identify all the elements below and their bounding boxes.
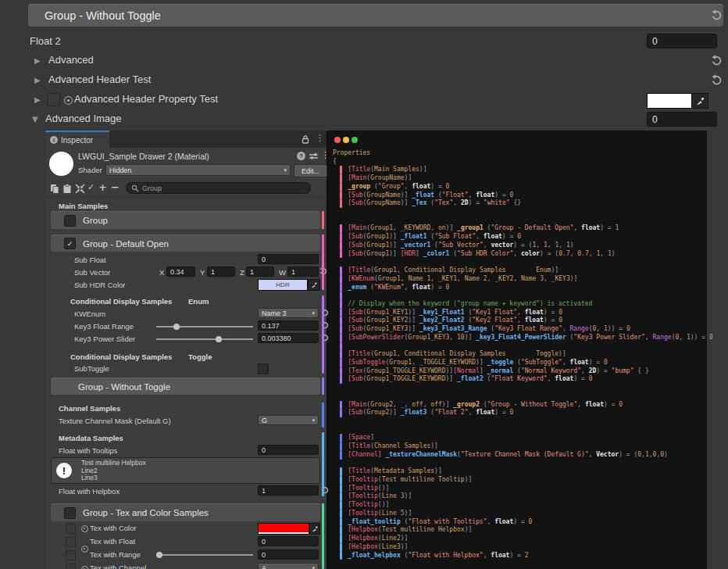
advanced-header-test-label[interactable]: Advanced Header Test bbox=[48, 73, 151, 85]
sub-vector-label: Sub Vector bbox=[74, 268, 110, 277]
tex-with-range-slider[interactable] bbox=[156, 554, 253, 556]
sub-vector-y-field[interactable]: 1 bbox=[207, 267, 235, 277]
section-conditional-enum-sub: Enum bbox=[188, 297, 209, 306]
shader-code[interactable]: Properties{ [Title(Main Samples)] [Main(… bbox=[333, 149, 702, 560]
color-swatch-red[interactable] bbox=[258, 523, 309, 535]
group-tex-color-checkbox[interactable] bbox=[64, 507, 76, 519]
eyedropper-button[interactable] bbox=[308, 279, 320, 291]
minus-icon[interactable]: − bbox=[111, 181, 120, 193]
info-icon: i bbox=[50, 136, 58, 144]
section-metadata-samples: Metadata Samples bbox=[59, 434, 123, 442]
object-circle-icon bbox=[64, 96, 73, 105]
float-with-helpbox-field[interactable]: 1 bbox=[258, 485, 319, 496]
sub-vector-w-label: W bbox=[279, 268, 286, 277]
sub-vector-z-field[interactable]: 1 bbox=[246, 267, 274, 277]
advanced-header-property-checkbox[interactable] bbox=[47, 93, 60, 106]
revert-icon bbox=[710, 9, 723, 22]
key3-float-range-slider[interactable] bbox=[156, 326, 253, 327]
embedded-screenshot: i Inspector ⋮ LWGUI_Sample Drawer 2 (Mat… bbox=[45, 131, 707, 569]
group-default-open-header[interactable]: ✓ Group - Default Open bbox=[51, 234, 320, 252]
texture-slot[interactable] bbox=[66, 550, 76, 560]
tex-with-range-field[interactable]: 0 bbox=[258, 549, 319, 560]
code-line bbox=[333, 342, 702, 351]
search-input[interactable]: Group bbox=[126, 182, 311, 194]
section-conditional-toggle-sub: Toggle bbox=[188, 352, 212, 361]
texture-channel-mask-dropdown[interactable]: G ▾ bbox=[258, 415, 319, 425]
chevron-down-icon: ▾ bbox=[312, 310, 315, 317]
group-header-label: Group - Without Toggle bbox=[45, 9, 161, 22]
key3-power-slider-field[interactable]: 0.003380 bbox=[258, 333, 319, 343]
key3-float-range-field[interactable]: 0.137 bbox=[258, 320, 319, 331]
slider-knob[interactable] bbox=[173, 324, 180, 330]
eyedropper-button[interactable] bbox=[691, 93, 708, 109]
lock-icon[interactable] bbox=[302, 135, 309, 144]
group-checkbox[interactable] bbox=[64, 215, 76, 227]
revert-button-advanced-header-test[interactable] bbox=[710, 73, 723, 87]
texture-slot[interactable] bbox=[66, 537, 76, 547]
traffic-light-zoom[interactable] bbox=[352, 137, 358, 143]
presets-icon[interactable] bbox=[309, 152, 318, 160]
code-line: [Tooltip()] bbox=[333, 485, 702, 493]
shader-dropdown[interactable]: Hidden ▾ bbox=[105, 164, 291, 176]
key3-power-slider-label: Key3 Power Slider bbox=[74, 335, 135, 343]
texture-slot[interactable] bbox=[66, 524, 76, 534]
eyedropper-button[interactable] bbox=[309, 523, 320, 535]
sub-vector-z-label: Z bbox=[240, 268, 244, 277]
advanced-header-property-foldout-arrow[interactable]: ▶ bbox=[34, 95, 41, 104]
advanced-image-label[interactable]: Advanced Image bbox=[45, 113, 122, 124]
revert-button-advanced[interactable] bbox=[710, 54, 723, 67]
plus-icon[interactable]: + bbox=[98, 181, 107, 193]
advanced-image-foldout-arrow[interactable]: ▼ bbox=[32, 115, 38, 123]
advanced-foldout-arrow[interactable]: ▶ bbox=[34, 56, 41, 65]
code-line bbox=[333, 292, 702, 300]
sub-float-field[interactable]: 0 bbox=[258, 254, 319, 264]
edit-button[interactable]: Edit... bbox=[294, 164, 327, 177]
advanced-label[interactable]: Advanced bbox=[48, 54, 94, 66]
float2-field[interactable]: 0 bbox=[647, 34, 717, 48]
code-line: [Sub(Group1)] [HDR] _color1 ("Sub HDR Co… bbox=[333, 250, 702, 259]
group-tex-color-header[interactable]: Group - Tex and Color Samples bbox=[51, 503, 320, 521]
group-without-toggle-bar[interactable]: Group - Without Toggle bbox=[51, 378, 320, 395]
subtoggle-checkbox[interactable] bbox=[258, 363, 269, 374]
key3-float-range-label: Key3 Float Range bbox=[74, 322, 134, 331]
material-preview-sphere[interactable] bbox=[49, 152, 73, 176]
tex-with-channel-dropdown[interactable]: A ▾ bbox=[258, 563, 319, 569]
traffic-light-close[interactable] bbox=[334, 137, 341, 143]
texture-slot[interactable] bbox=[66, 564, 76, 569]
hdr-color-swatch[interactable]: HDR bbox=[258, 279, 308, 291]
inspector-tab-bar: i Inspector ⋮ bbox=[45, 131, 327, 148]
shader-dropdown-value: Hidden bbox=[109, 166, 132, 174]
code-line: [Sub(GroupName)] _float ("Float", float)… bbox=[333, 191, 702, 200]
slider-knob[interactable] bbox=[156, 552, 162, 558]
object-circle-icon bbox=[81, 525, 88, 532]
advanced-header-property-test-label[interactable]: Advanced Header Property Test bbox=[74, 93, 218, 105]
code-line: _float_tooltip ("Float with Tooltips", f… bbox=[333, 518, 702, 527]
check-icon[interactable]: ✓ bbox=[87, 182, 95, 192]
group-strip-pink bbox=[322, 234, 324, 290]
tab-menu-dots-icon[interactable]: ⋮ bbox=[316, 133, 324, 143]
float-with-tooltips-field[interactable]: 0 bbox=[258, 445, 319, 455]
code-line: _enum ("KWEnum", float) = 0 bbox=[333, 284, 702, 292]
code-line: [Main(Group2, _, off, off)] _group2 ("Gr… bbox=[333, 401, 702, 410]
group-default-open-checkbox[interactable]: ✓ bbox=[64, 238, 76, 249]
copy-icon[interactable] bbox=[50, 184, 59, 194]
sub-vector-w-field[interactable]: 1 bbox=[287, 267, 319, 277]
tab-inspector[interactable]: i Inspector bbox=[45, 131, 109, 148]
traffic-light-minimize[interactable] bbox=[343, 137, 349, 143]
advanced-image-field[interactable]: 0 bbox=[647, 112, 717, 127]
code-line bbox=[333, 384, 702, 392]
help-icon[interactable]: ? bbox=[297, 152, 305, 160]
sub-vector-x-field[interactable]: 0.34 bbox=[166, 267, 195, 277]
tex-with-float-field[interactable]: 0 bbox=[258, 536, 319, 546]
collapse-all-icon[interactable] bbox=[75, 184, 85, 194]
sub-float-label: Sub Float bbox=[74, 256, 106, 264]
revert-button[interactable] bbox=[710, 9, 723, 22]
group-header[interactable]: Group bbox=[51, 211, 320, 229]
advanced-header-test-foldout-arrow[interactable]: ▶ bbox=[34, 76, 41, 84]
paste-icon[interactable] bbox=[62, 184, 72, 194]
slider-knob[interactable] bbox=[216, 336, 222, 342]
color-swatch-white[interactable] bbox=[647, 93, 692, 109]
kwenum-dropdown[interactable]: Name 3 ▾ bbox=[258, 308, 319, 318]
group-without-toggle-header[interactable]: Group - Without Toggle bbox=[28, 4, 723, 27]
key3-power-slider[interactable] bbox=[156, 338, 253, 340]
